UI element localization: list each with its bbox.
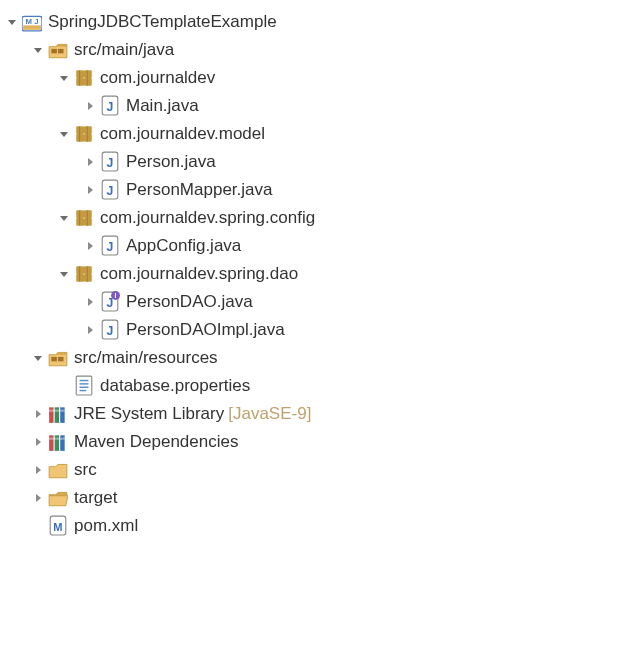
collapse-arrow-icon[interactable] [84, 100, 96, 112]
collapse-arrow-icon[interactable] [84, 156, 96, 168]
package-config[interactable]: com.journaldev.spring.config [0, 204, 630, 232]
java-file-icon [100, 152, 120, 172]
expand-arrow-icon[interactable] [6, 16, 18, 28]
expand-arrow-icon[interactable] [58, 128, 70, 140]
file-label: PersonDAO.java [126, 292, 253, 312]
library-icon [48, 432, 68, 452]
xml-file-icon [48, 516, 68, 536]
package-icon [74, 264, 94, 284]
java-file-icon [100, 96, 120, 116]
package-icon [74, 124, 94, 144]
properties-file-icon [74, 376, 94, 396]
source-folder-java[interactable]: src/main/java [0, 36, 630, 64]
jre-library[interactable]: JRE System Library [JavaSE-9] [0, 400, 630, 428]
file-person[interactable]: Person.java [0, 148, 630, 176]
maven-project-icon [22, 12, 42, 32]
file-pom[interactable]: pom.xml [0, 512, 630, 540]
collapse-arrow-icon[interactable] [32, 464, 44, 476]
package-model[interactable]: com.journaldev.model [0, 120, 630, 148]
library-label: JRE System Library [74, 404, 224, 424]
package-dao[interactable]: com.journaldev.spring.dao [0, 260, 630, 288]
folder-label: src [74, 460, 97, 480]
file-label: pom.xml [74, 516, 138, 536]
package-folder-icon [48, 40, 68, 60]
package-icon [74, 208, 94, 228]
file-person-dao[interactable]: PersonDAO.java [0, 288, 630, 316]
file-label: Main.java [126, 96, 199, 116]
file-person-mapper[interactable]: PersonMapper.java [0, 176, 630, 204]
library-icon [48, 404, 68, 424]
file-label: AppConfig.java [126, 236, 241, 256]
java-interface-icon [100, 292, 120, 312]
expand-arrow-icon[interactable] [32, 352, 44, 364]
collapse-arrow-icon[interactable] [84, 296, 96, 308]
package-label: com.journaldev [100, 68, 215, 88]
library-label: Maven Dependencies [74, 432, 238, 452]
file-label: Person.java [126, 152, 216, 172]
collapse-arrow-icon[interactable] [84, 324, 96, 336]
file-label: PersonMapper.java [126, 180, 272, 200]
file-main[interactable]: Main.java [0, 92, 630, 120]
file-database-properties[interactable]: database.properties [0, 372, 630, 400]
collapse-arrow-icon[interactable] [32, 408, 44, 420]
spacer [58, 380, 70, 392]
package-folder-icon [48, 348, 68, 368]
file-label: PersonDAOImpl.java [126, 320, 285, 340]
package-label: com.journaldev.spring.dao [100, 264, 298, 284]
expand-arrow-icon[interactable] [58, 212, 70, 224]
project-label: SpringJDBCTemplateExample [48, 12, 277, 32]
java-file-icon [100, 180, 120, 200]
expand-arrow-icon[interactable] [32, 44, 44, 56]
folder-target[interactable]: target [0, 484, 630, 512]
expand-arrow-icon[interactable] [58, 268, 70, 280]
project-root[interactable]: SpringJDBCTemplateExample [0, 8, 630, 36]
folder-src[interactable]: src [0, 456, 630, 484]
folder-icon [48, 460, 68, 480]
java-file-icon [100, 236, 120, 256]
collapse-arrow-icon[interactable] [32, 436, 44, 448]
package-icon [74, 68, 94, 88]
collapse-arrow-icon[interactable] [84, 184, 96, 196]
java-file-icon [100, 320, 120, 340]
folder-label: src/main/resources [74, 348, 218, 368]
source-folder-resources[interactable]: src/main/resources [0, 344, 630, 372]
folder-label: target [74, 488, 117, 508]
folder-label: src/main/java [74, 40, 174, 60]
package-label: com.journaldev.spring.config [100, 208, 315, 228]
package-label: com.journaldev.model [100, 124, 265, 144]
collapse-arrow-icon[interactable] [32, 492, 44, 504]
file-app-config[interactable]: AppConfig.java [0, 232, 630, 260]
package-journaldev[interactable]: com.journaldev [0, 64, 630, 92]
maven-dependencies[interactable]: Maven Dependencies [0, 428, 630, 456]
library-suffix: [JavaSE-9] [228, 404, 311, 424]
file-person-dao-impl[interactable]: PersonDAOImpl.java [0, 316, 630, 344]
expand-arrow-icon[interactable] [58, 72, 70, 84]
file-label: database.properties [100, 376, 250, 396]
spacer [32, 520, 44, 532]
folder-open-icon [48, 488, 68, 508]
collapse-arrow-icon[interactable] [84, 240, 96, 252]
